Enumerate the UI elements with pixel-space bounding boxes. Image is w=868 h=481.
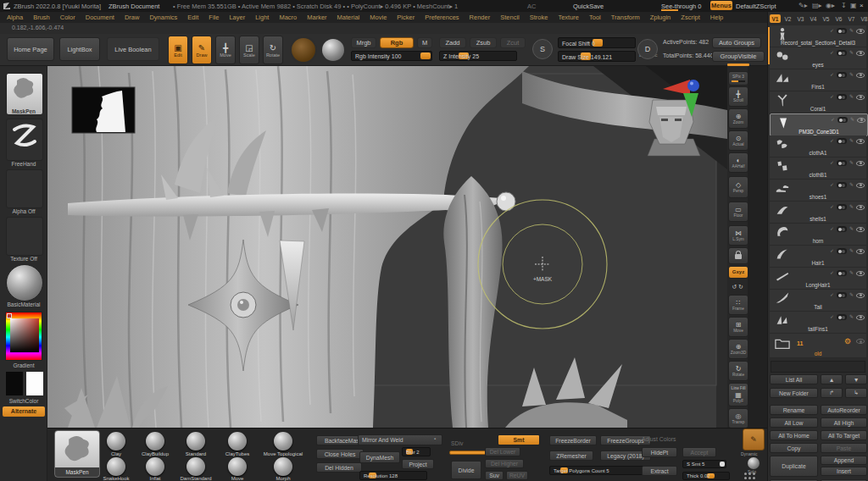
all-low-button[interactable]: All Low (770, 417, 818, 428)
stroke-indicator-icon[interactable]: S (532, 39, 553, 59)
visibility-icon[interactable] (856, 205, 865, 210)
stroke-type-thumb[interactable] (6, 119, 43, 161)
folder-gear-icon[interactable]: ⚙ (844, 337, 851, 346)
polypaint-toggle-icon[interactable] (837, 160, 847, 166)
secondary-color-swatch[interactable] (25, 371, 44, 396)
new-folder-button[interactable]: New Folder (770, 388, 818, 398)
tab-v4[interactable]: V4 (808, 14, 819, 23)
menu-item-preferences[interactable]: Preferences (425, 14, 459, 21)
move-button[interactable]: ╋ Move (215, 36, 236, 64)
visibility-icon[interactable] (856, 249, 865, 254)
freeze-border-button[interactable]: FreezeBorder (549, 435, 597, 445)
zcut-button[interactable]: Zcut (500, 37, 526, 48)
polypaint-toggle-icon[interactable] (837, 292, 847, 298)
floor-button[interactable]: ▭Floor (728, 202, 748, 222)
menu-item-light[interactable]: Light (255, 14, 269, 21)
current-brush-icon[interactable] (290, 36, 317, 64)
visibility-icon[interactable] (856, 227, 865, 232)
zadd-button[interactable]: Zadd (439, 37, 466, 48)
subtool-row-selected[interactable]: ✓✎ PM3D_Cone3D1 (770, 113, 868, 136)
color-picker-hue[interactable] (5, 312, 42, 361)
rgb-intensity-knob[interactable] (420, 53, 431, 59)
alternate-button[interactable]: Alternate (3, 406, 45, 417)
subtool-row[interactable]: ✓✎ Fins1 (770, 69, 866, 91)
draw-button[interactable]: ✎ Draw (192, 36, 212, 64)
aahalf-button[interactable]: ◐AAHalf (728, 152, 748, 173)
polypaint-toggle-icon[interactable] (837, 226, 847, 232)
default-zscript-button[interactable]: DefaultZScript (736, 3, 776, 10)
tab-v1[interactable]: V1 (770, 14, 781, 23)
menu-item-layer[interactable]: Layer (229, 14, 245, 21)
menu-item-draw[interactable]: Draw (125, 14, 140, 21)
menu-item-macro[interactable]: Macro (279, 14, 297, 21)
menu-item-zplugin[interactable]: Zplugin (650, 14, 671, 21)
lsym-button[interactable]: ⋈L.Sym (728, 225, 748, 246)
menu-item-transform[interactable]: Transform (611, 14, 640, 21)
draw-indicator-icon[interactable]: D (637, 39, 658, 59)
s-smt-knob[interactable] (720, 462, 725, 467)
z-intensity-slider[interactable]: Z Intensity 25 (439, 51, 517, 61)
brush-claybuildup[interactable] (146, 432, 164, 451)
rgb-button[interactable]: Rgb (380, 37, 414, 48)
brush-clay[interactable] (107, 432, 125, 451)
menus-button[interactable]: Menus (710, 1, 732, 10)
target-polygons-slider[interactable]: Target Polygons Count 5 (549, 466, 649, 475)
visibility-icon[interactable] (856, 139, 865, 144)
subtool-row[interactable]: ✓✎ clothA1 (770, 135, 866, 158)
close-icon[interactable]: × (860, 2, 864, 9)
all-high-button[interactable]: All High (821, 417, 867, 428)
texture-thumb[interactable] (6, 217, 43, 256)
zsub-button[interactable]: Zsub (470, 37, 497, 48)
brush-move[interactable] (228, 457, 247, 476)
visibility-icon[interactable] (856, 271, 865, 276)
menu-item-document[interactable]: Document (86, 14, 114, 21)
reuv-button[interactable]: ReUV (506, 471, 528, 480)
auto-reorder-button[interactable]: AutoReorder (821, 405, 867, 415)
pivot-lock-button[interactable] (728, 247, 748, 264)
menu-item-tool[interactable]: Tool (589, 14, 601, 21)
spin-buttons[interactable]: ↺ ↻ (728, 280, 747, 292)
menu-item-dynamics[interactable]: Dynamics (149, 14, 177, 21)
polypaint-toggle-icon[interactable] (837, 138, 847, 144)
visibility-icon[interactable] (856, 51, 865, 56)
visibility-icon[interactable] (857, 118, 865, 123)
duplicate-button[interactable]: Duplicate (770, 456, 818, 477)
restore-icon[interactable]: ▣ (850, 2, 857, 9)
polypaint-toggle-icon[interactable] (837, 94, 847, 100)
scale-button[interactable]: ◲ Scale (239, 36, 259, 64)
home-page-button[interactable]: Home Page (7, 37, 54, 61)
lightbox-button[interactable]: LightBox (59, 37, 100, 61)
see-through-slider-fill[interactable] (661, 9, 678, 11)
polypaint-toggle-icon[interactable] (837, 117, 848, 123)
visibility-icon[interactable] (856, 293, 865, 298)
menu-item-texture[interactable]: Texture (558, 14, 579, 21)
solo-sphere-icon[interactable] (748, 457, 760, 469)
menu-item-render[interactable]: Render (470, 14, 491, 21)
polypaint-toggle-icon[interactable] (837, 204, 847, 210)
all-to-home-button[interactable]: All To Home (770, 430, 818, 440)
paste-button[interactable]: Paste (821, 443, 867, 453)
project-button[interactable]: Project (402, 459, 434, 469)
polypaint-toggle-icon[interactable] (837, 28, 847, 34)
zoom-button[interactable]: ⊕Zoom (728, 108, 748, 129)
all-to-target-button[interactable]: All To Target (821, 430, 867, 440)
menu-item-movie[interactable]: Movie (370, 14, 387, 21)
subtool-down-button[interactable]: ▼ (845, 374, 867, 384)
rgb-intensity-slider[interactable]: Rgb Intensity 100 (351, 51, 432, 61)
subtool-row[interactable]: ✓✎ shells1 (770, 202, 866, 224)
visibility-icon[interactable] (856, 161, 865, 166)
subtool-row[interactable]: ✓✎ LongHair1 (770, 268, 866, 290)
frame-button[interactable]: ∷Frame (728, 295, 748, 315)
material-flyout-icon[interactable]: ◉▸ (826, 2, 835, 9)
brush-dynamic-tile[interactable]: ✎ (743, 428, 765, 451)
subtool-row[interactable]: ✓✎ Coral1 (770, 91, 866, 113)
visibility-icon[interactable] (856, 315, 865, 320)
active-brush-tile[interactable]: MaskPen (54, 430, 100, 478)
subtool-row[interactable]: ✓✎ Hair1 (770, 246, 866, 268)
rename-button[interactable]: Rename (770, 405, 818, 415)
visibility-icon[interactable] (856, 95, 865, 100)
gxyz-button[interactable]: Gxyz (728, 266, 748, 279)
current-material-sphere-icon[interactable] (322, 39, 344, 61)
subtool-row[interactable]: ✓✎ clothB1 (770, 158, 866, 180)
brush-standard[interactable] (186, 432, 205, 451)
